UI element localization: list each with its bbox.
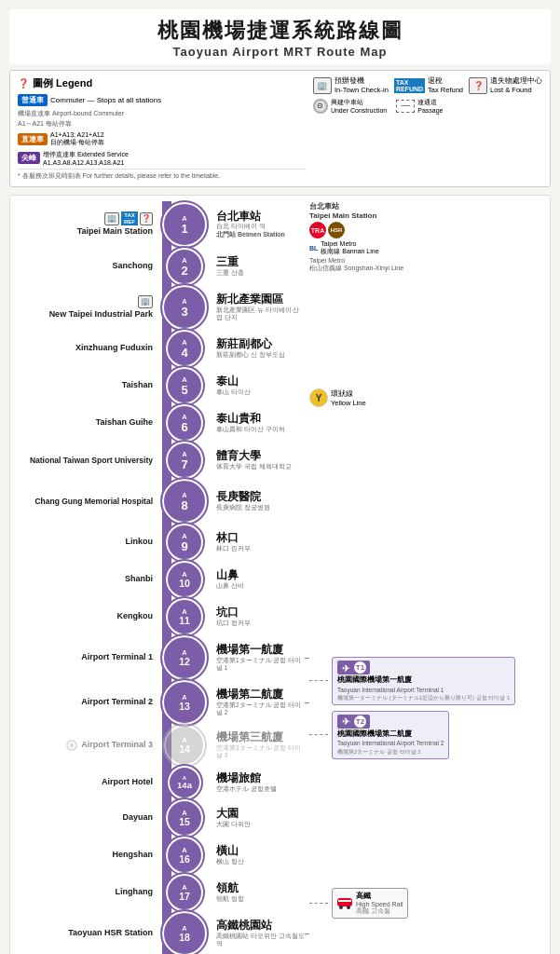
a3-zh: 新北產業園區 新北産業園区 뉴 타이베이 산업 단지 [212, 293, 305, 320]
a14-zh: 機場第三航廈 空港第3ターミナル 공항 터미널 3 [212, 731, 305, 758]
a7-zh: 體育大學 体育大学 국립 체육대학교 [212, 450, 305, 470]
a1-note: 北門站 Beimen Station [216, 231, 305, 238]
t1-header: ✈ T1 [337, 661, 510, 675]
a1-badge-wrap: A 1 [157, 202, 212, 247]
a8-badge-wrap: A 8 [157, 479, 212, 524]
a1-tax-icon: TAXREF [121, 211, 138, 225]
a13-badge: A 13 [162, 680, 207, 725]
a1-badge: A 1 [162, 202, 207, 247]
yellow-line-badge: Y [309, 388, 328, 407]
taipei-metro-text: BL [309, 245, 318, 252]
a5-zh: 泰山 泰山 타이산 [212, 375, 305, 396]
express-badge: 直達車 [18, 133, 48, 145]
station-a14a: Airport Hotel A 14a 機場旅館 空港ホテル 공항호텔 [16, 766, 305, 799]
spacer-a4-a11 [309, 413, 544, 655]
station-a3: 🏢 New Taipei Industrial Park A 3 新北產業園區 … [16, 285, 305, 330]
spacer-a2-a3 [309, 277, 544, 387]
svg-text:✈: ✈ [342, 716, 350, 727]
a13-dash [305, 702, 309, 703]
construction-item: ⊙ 興建中車站Under Construction [313, 98, 387, 114]
a6-en: Taishan Guihe [16, 417, 157, 428]
station-a10: Shanbi A 10 山鼻 山鼻 산비 [16, 561, 305, 598]
a4-en: Xinzhuang Fuduxin [16, 343, 157, 353]
station-a5: Taishan A 5 泰山 泰山 타이산 [16, 367, 305, 404]
a6-badge-wrap: A 6 [157, 404, 212, 442]
taxrefund-label: 退稅Tax Refund [428, 76, 463, 94]
a15-badge-wrap: A 15 [157, 799, 212, 837]
taipei-metro-label: BL Taipei Metro板南線 Bannan Line [309, 240, 544, 256]
a6-badge: A 6 [166, 404, 203, 442]
a15-zh: 大園 大園 다위안 [212, 808, 305, 828]
station-a7: National Taiwan Sport University A 7 體育大… [16, 442, 305, 479]
a10-badge-wrap: A 10 [157, 561, 212, 598]
a17-zh: 領航 領航 링항 [212, 882, 305, 903]
a18-zh: 高鐵桃園站 高鐵桃園站 타오위안 고속철도 역 [212, 920, 305, 947]
t1-num: T1 [354, 661, 366, 674]
a12-en: Airport Terminal 1 [16, 652, 157, 662]
lostandfound-label: 遺失物處理中心Lost & Found [490, 76, 542, 94]
t2-header: ✈ T2 [337, 715, 444, 729]
a15-badge: A 15 [166, 799, 203, 837]
station-a12: Airport Terminal 1 A 12 機場第一航廈 空港第1ターミナル… [16, 635, 305, 680]
station-a1: 🏢 TAXREF ❓ Taipei Main Station A 1 台 [16, 201, 305, 248]
a12-dash [305, 658, 309, 659]
legend-misc: ⊙ 興建中車站Under Construction ── 連通道Passage [313, 98, 542, 114]
taipei-metro-icon-row: BL [309, 245, 318, 252]
checkin-service: 🏢 預辦發機In-Town Check-in [313, 76, 389, 94]
a6-zh: 泰山貴和 泰山貴和 타이산 구이허 [212, 413, 305, 433]
passage-item: ── 連通道Passage [396, 98, 443, 114]
spacer-a14-a17 [309, 765, 544, 886]
legend-note: * 各服務次班見時刻表 For further details, please … [18, 169, 306, 181]
a3-icon-row: 🏢 [16, 295, 153, 308]
taipei-station-label: 台北車站Taipei Main Station [309, 201, 544, 220]
terminal1-annotation: ✈ T1 桃園國際機場第一航廈 Taoyuan International Ai… [309, 657, 544, 705]
t1-desc: 機場第一ターミナル (ターミナル1近辺から乗り降り可) 공항 터미널 1 [337, 694, 510, 702]
a2-badge-wrap: A 2 [157, 248, 212, 285]
passage-icon: ── [396, 100, 415, 113]
extended-badge: 尖峰 [18, 152, 40, 164]
station-a8: Chang Gung Memorial Hospital A 8 長庚醫院 長庚… [16, 479, 305, 524]
t2-badge: ✈ T2 [337, 715, 370, 729]
legend-box: ❓ 圖例 Legend 普通車 Commuter — Stops at all … [9, 70, 551, 187]
map-area: 🏢 TAXREF ❓ Taipei Main Station A 1 台 [9, 195, 551, 954]
hsr-annotation: 高鐵 High Speed Rail 高鐵 고속철 [309, 888, 544, 919]
legend-commuter: 普通車 Commuter — Stops at all stations [18, 94, 306, 106]
a14-en: Airport Terminal 3 [16, 740, 157, 751]
t2-plane-icon: ✈ [341, 716, 352, 727]
svg-rect-9 [338, 900, 351, 902]
a3-icon: 🏢 [138, 295, 153, 308]
a11-badge-wrap: A 11 [157, 598, 212, 635]
station-a11: Kengkou A 11 坑口 坑口 컹커우 [16, 598, 305, 635]
a7-badge: A 7 [166, 442, 203, 479]
a16-badge: A 16 [166, 837, 203, 874]
hsr-train-icon [336, 895, 353, 910]
a1-zh-name: 台北車站 台北 타이베이 역 北門站 Beimen Station [212, 211, 305, 239]
t2-desc: 機場第2ターミナル 공항 터미널 2 [337, 748, 444, 756]
lostandfound-icon: ❓ [469, 77, 487, 94]
a12-zh: 機場第一航廈 空港第1ターミナル 공항 터미널 1 [212, 644, 305, 671]
a18-badge: A 18 [162, 911, 207, 954]
t1-en: Taoyuan International Airport Terminal 1 [337, 686, 510, 694]
station-a6: Taishan Guihe A 6 泰山貴和 泰山貴和 타이산 구이허 [16, 404, 305, 442]
svg-point-10 [339, 906, 343, 909]
a17-badge-wrap: A 17 [157, 874, 212, 911]
a7-en: National Taiwan Sport University [16, 456, 157, 466]
a18-badge-wrap: A 18 [157, 911, 212, 954]
songshan-label: Taipei Metro松山信義線 Songshan-Xinyi Line [309, 257, 544, 273]
t2-title: 桃園國際機場第二航廈 [337, 729, 444, 740]
station-a4: Xinzhuang Fuduxin A 4 新莊副都心 新莊副都心 신 창부도심 [16, 330, 305, 367]
a10-en: Shanbi [16, 574, 157, 584]
lostandfound-service: ❓ 遺失物處理中心Lost & Found [469, 76, 542, 94]
taxrefund-service: TAXREFUND 退稅Tax Refund [394, 76, 463, 94]
a16-zh: 橫山 横山 헝산 [212, 845, 305, 865]
stations-column: 🏢 TAXREF ❓ Taipei Main Station A 1 台 [16, 201, 305, 954]
tl-hsr-icon: HSR [328, 222, 345, 238]
legend-extended: 尖峰 增停直達車 Extended Service A1.A3.A8.A12.A… [18, 150, 306, 166]
right-annotations-column: 台北車站Taipei Main Station TRA HSR BL Taipe… [305, 201, 544, 954]
a5-badge-wrap: A 5 [157, 367, 212, 404]
a9-badge: A 9 [166, 524, 203, 561]
station-a17: Linghang A 17 領航 領航 링항 [16, 874, 305, 911]
a1-en-name: 🏢 TAXREF ❓ Taipei Main Station [16, 211, 157, 237]
hsr-title: 高鐵 [356, 891, 403, 901]
taipei-metro-lines: BL Taipei Metro板南線 Bannan Line Taipei Me… [309, 240, 544, 273]
